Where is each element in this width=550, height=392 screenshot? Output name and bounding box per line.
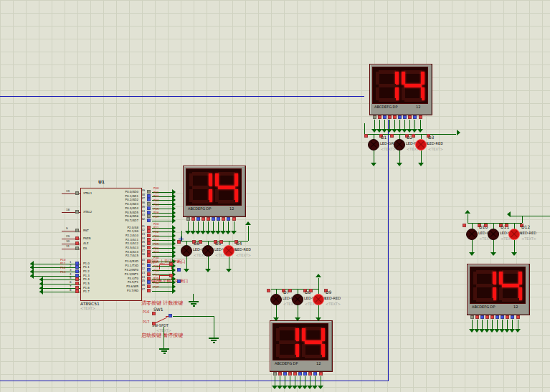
led-pin-wire[interactable] — [399, 134, 400, 139]
led-d10[interactable] — [466, 229, 478, 240]
led-pin-wire[interactable] — [374, 150, 374, 163]
display-pin-wire[interactable] — [295, 376, 295, 386]
display-pin-wire[interactable] — [472, 320, 473, 329]
led-pin-wire[interactable] — [493, 240, 494, 252]
switch-lever[interactable] — [156, 317, 168, 323]
display-pin-wire[interactable] — [487, 320, 488, 329]
led-pin-wire[interactable] — [298, 305, 298, 317]
led-bus-wire[interactable] — [509, 216, 550, 216]
led-pin-wire[interactable] — [298, 289, 298, 294]
display-pin-wire[interactable] — [414, 120, 415, 129]
led-pin-wire[interactable] — [514, 240, 515, 252]
led-bus-wire[interactable] — [364, 123, 365, 134]
led-pin-wire[interactable] — [229, 257, 229, 269]
switch-wire[interactable] — [173, 316, 214, 317]
display-pin-wire[interactable] — [280, 376, 280, 386]
display-pin-wire[interactable] — [374, 120, 375, 129]
led-pin-wire[interactable] — [493, 223, 494, 229]
led-d3[interactable] — [415, 139, 427, 150]
display-pin-wire[interactable] — [223, 221, 224, 231]
mcu-pin-wire[interactable] — [39, 284, 80, 285]
ground-symbol[interactable] — [209, 338, 219, 339]
display-pin-wire[interactable] — [482, 320, 483, 329]
display-pin-wire[interactable] — [275, 376, 275, 386]
led-pin-wire[interactable] — [374, 134, 374, 139]
display-pin-wire[interactable] — [305, 376, 305, 386]
mcu-pin-wire[interactable] — [39, 288, 80, 289]
display-pin-wire[interactable] — [188, 221, 189, 231]
display-pin-wire[interactable] — [502, 320, 503, 329]
display-pin-wire[interactable] — [315, 376, 316, 386]
ground-stub[interactable] — [193, 294, 194, 301]
display-pin-wire[interactable] — [477, 320, 478, 329]
display-pin-wire[interactable] — [399, 120, 400, 129]
mcu-pin-wire[interactable] — [30, 272, 80, 272]
led-d7[interactable] — [270, 294, 282, 305]
bus-wire[interactable] — [0, 381, 389, 381]
bus-wire[interactable] — [0, 96, 364, 97]
display-pin-wire[interactable] — [228, 221, 229, 231]
ground-stub[interactable] — [163, 327, 164, 348]
display-pin-wire[interactable] — [203, 221, 204, 231]
mcu-pin-wire[interactable] — [39, 279, 80, 280]
led-pin-wire[interactable] — [318, 305, 319, 317]
mcu-pin-wire[interactable] — [30, 264, 80, 264]
ground-symbol[interactable] — [161, 350, 167, 352]
ground-stub[interactable] — [214, 316, 214, 338]
led-pin-wire[interactable] — [514, 223, 515, 229]
display-pin-wire[interactable] — [379, 120, 380, 129]
mcu-pin-wire[interactable] — [39, 292, 80, 292]
display-pin-wire[interactable] — [285, 376, 285, 386]
led-pin-wire[interactable] — [472, 240, 473, 252]
led-d4[interactable] — [223, 245, 234, 257]
led-pin-wire[interactable] — [186, 257, 187, 269]
led-bus-wire[interactable] — [318, 278, 319, 289]
display-pin-wire[interactable] — [512, 320, 513, 329]
led-d8[interactable] — [292, 294, 303, 305]
display-pin-wire[interactable] — [394, 120, 395, 129]
display-pin-wire[interactable] — [208, 221, 209, 231]
led-bus-wire[interactable] — [468, 214, 468, 223]
led-pin-wire[interactable] — [472, 223, 473, 229]
junction-cross[interactable] — [181, 236, 181, 242]
led-pin-wire[interactable] — [399, 150, 400, 163]
ground-symbol[interactable] — [191, 303, 196, 305]
display-pin-wire[interactable] — [300, 376, 300, 386]
mcu-pin-wire[interactable] — [152, 221, 172, 221]
ground-symbol[interactable] — [159, 348, 169, 350]
display-pin-wire[interactable] — [492, 320, 493, 329]
display-pin-wire[interactable] — [198, 221, 199, 231]
ground-symbol[interactable] — [189, 301, 199, 302]
led-d2[interactable] — [394, 139, 405, 150]
mcu-pin-wire[interactable] — [152, 291, 172, 292]
display-pin-wire[interactable] — [518, 320, 518, 329]
display-pin-wire[interactable] — [310, 376, 310, 386]
led-d11[interactable] — [488, 229, 499, 240]
display-pin-wire[interactable] — [420, 120, 421, 129]
led-d6[interactable] — [181, 245, 192, 257]
ground-symbol[interactable] — [211, 340, 217, 341]
led-pin-wire[interactable] — [208, 257, 209, 269]
ground-symbol[interactable] — [193, 305, 195, 307]
display-pin-wire[interactable] — [384, 120, 385, 129]
display-pin-wire[interactable] — [507, 320, 508, 329]
bus-wire[interactable] — [388, 120, 389, 381]
mcu-pin-wire[interactable] — [30, 276, 80, 277]
display-pin-wire[interactable] — [497, 320, 498, 329]
display-pin-wire[interactable] — [389, 120, 390, 129]
led-pin-wire[interactable] — [318, 289, 319, 294]
led-pin-wire[interactable] — [421, 134, 422, 139]
display-pin-wire[interactable] — [218, 221, 219, 231]
display-pin-wire[interactable] — [404, 120, 405, 129]
display-pin-wire[interactable] — [409, 120, 410, 129]
led-pin-wire[interactable] — [421, 150, 422, 163]
led-d9[interactable] — [313, 294, 324, 305]
display-pin-wire[interactable] — [321, 376, 321, 386]
led-bus-wire[interactable] — [248, 226, 249, 241]
ground-symbol[interactable] — [213, 342, 215, 343]
mcu-pin-wire[interactable] — [30, 267, 80, 268]
ground-symbol[interactable] — [163, 353, 166, 354]
led-d5[interactable] — [202, 245, 214, 257]
led-pin-wire[interactable] — [276, 305, 277, 317]
led-pin-wire[interactable] — [276, 289, 277, 294]
